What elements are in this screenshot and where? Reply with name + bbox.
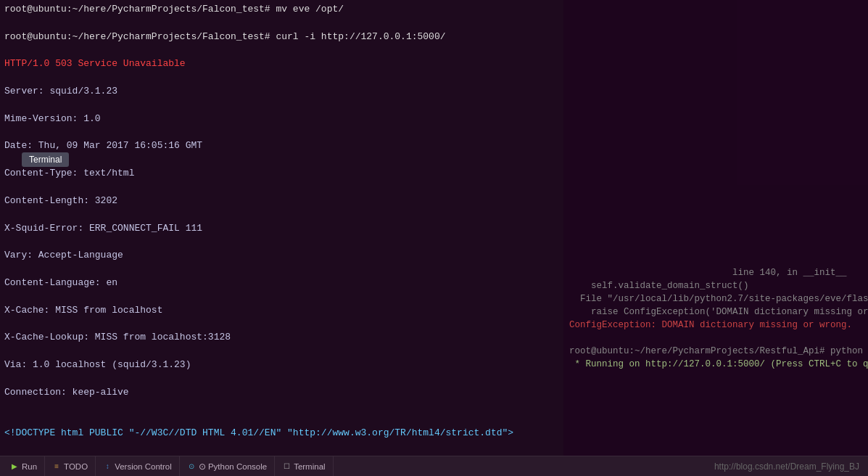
overlay-line: line 140, in __init__	[569, 268, 847, 278]
todo-icon: ≡	[52, 462, 61, 471]
python-icon: ⊙	[187, 462, 196, 471]
tab-vc-label: Version Control	[115, 462, 172, 471]
watermark: http://blog.csdn.net/Dream_Flying_BJ	[714, 461, 865, 472]
overlay-line: * Running on http://127.0.0.1:5000/ (Pre…	[569, 359, 868, 369]
overlay-line: self.validate_domain_struct()	[569, 281, 749, 291]
tab-terminal-label: Terminal	[294, 462, 325, 471]
overlay-line: raise ConfigException('DOMAIN dictionary…	[569, 307, 868, 317]
tab-terminal[interactable]: ☐ Terminal	[275, 456, 333, 476]
overlay-line: root@ubuntu:~/here/PycharmProjects/Restf…	[569, 346, 868, 356]
terminal-tooltip: Terminal	[22, 152, 69, 167]
tab-python-console[interactable]: ⊙ ⊙ Python Console	[180, 456, 275, 476]
main-area: root@ubuntu:~/here/PycharmProjects/Falco…	[0, 0, 868, 456]
overlay-panel: line 140, in __init__ self.validate_doma…	[563, 0, 868, 456]
vc-icon: ↕	[103, 462, 112, 471]
run-icon: ▶	[10, 462, 19, 471]
tab-version-control[interactable]: ↕ Version Control	[96, 456, 180, 476]
bottom-bar: ▶ Run ≡ TODO ↕ Version Control ⊙ ⊙ Pytho…	[0, 456, 868, 476]
tab-todo-label: TODO	[64, 462, 88, 471]
overlay-line: File "/usr/local/lib/python2.7/site-pack…	[569, 294, 868, 304]
overlay-line: ConfigException: DOMAIN dictionary missi…	[569, 320, 852, 330]
terminal-tab-icon: ☐	[282, 462, 291, 471]
tab-run[interactable]: ▶ Run	[3, 456, 45, 476]
tab-run-label: Run	[22, 462, 37, 471]
tab-todo[interactable]: ≡ TODO	[45, 456, 96, 476]
tab-python-label: ⊙ Python Console	[199, 461, 267, 472]
